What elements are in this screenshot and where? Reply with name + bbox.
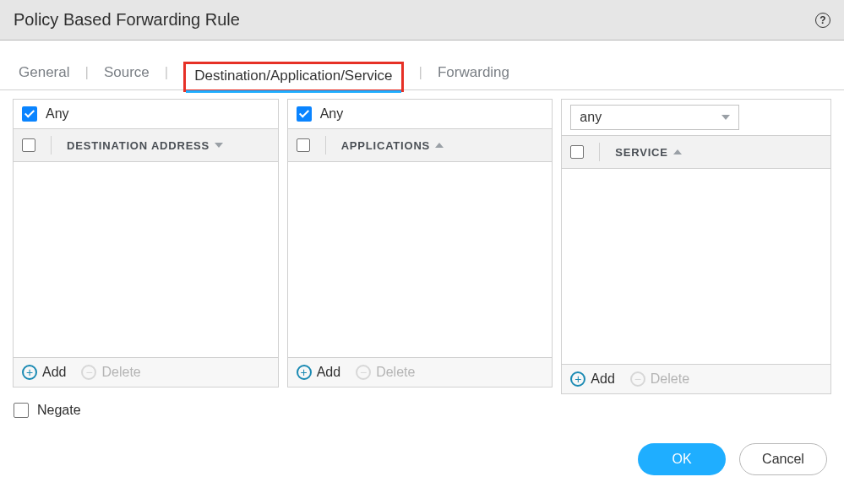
applications-any-row: Any [287, 99, 553, 128]
tab-forwarding[interactable]: Forwarding [438, 61, 509, 89]
destination-grid-body [13, 162, 279, 358]
applications-add-button[interactable]: + Add [297, 365, 340, 380]
header-separator [599, 143, 600, 161]
destination-address-column-header[interactable]: DESTINATION ADDRESS [67, 139, 223, 152]
minus-icon: − [630, 371, 645, 387]
chevron-up-icon [435, 143, 444, 148]
applications-column-header[interactable]: APPLICATIONS [341, 139, 444, 152]
delete-label: Delete [651, 371, 689, 387]
panels-container: Any DESTINATION ADDRESS + Add − Delete [0, 90, 844, 398]
service-grid-body [561, 169, 831, 365]
service-delete-button[interactable]: − Delete [630, 371, 689, 387]
delete-label: Delete [376, 365, 415, 380]
destination-any-row: Any [13, 99, 279, 128]
destination-add-button[interactable]: + Add [22, 365, 66, 380]
service-column-header[interactable]: SERVICE [615, 146, 681, 159]
delete-label: Delete [101, 365, 140, 380]
destination-delete-button[interactable]: − Delete [81, 365, 140, 380]
applications-grid-body [287, 162, 553, 358]
column-header-label: SERVICE [615, 146, 667, 159]
minus-icon: − [81, 365, 96, 380]
add-label: Add [317, 365, 340, 380]
destination-grid-header: DESTINATION ADDRESS [13, 128, 279, 162]
header-separator [51, 136, 52, 154]
tab-separator: | [419, 64, 422, 86]
applications-grid-header: APPLICATIONS [287, 128, 553, 162]
service-column: any SERVICE + Add − Delete [561, 99, 831, 394]
cancel-button[interactable]: Cancel [739, 443, 827, 475]
tab-general[interactable]: General [19, 61, 69, 89]
tab-separator: | [165, 64, 168, 86]
tabs-row: General | Source | Destination/Applicati… [0, 61, 844, 90]
ok-button[interactable]: OK [638, 443, 726, 475]
service-top-row: any [561, 99, 831, 135]
applications-any-checkbox[interactable] [297, 106, 312, 122]
tab-label: Destination/Application/Service [194, 68, 392, 84]
service-select-all-checkbox[interactable] [570, 145, 584, 159]
column-header-label: DESTINATION ADDRESS [67, 139, 210, 152]
destination-grid-footer: + Add − Delete [13, 358, 279, 387]
dialog-header: Policy Based Forwarding Rule ? [0, 0, 844, 41]
column-header-label: APPLICATIONS [341, 139, 430, 152]
applications-delete-button[interactable]: − Delete [356, 365, 415, 380]
destination-column: Any DESTINATION ADDRESS + Add − Delete [13, 99, 279, 394]
service-grid-header: SERVICE [561, 135, 831, 169]
active-tab-underline [186, 90, 400, 93]
dialog-actions: OK Cancel [0, 423, 844, 496]
negate-row: Negate [0, 398, 844, 423]
negate-checkbox[interactable] [14, 403, 29, 418]
chevron-down-icon [721, 115, 730, 120]
tab-destination-application-service[interactable]: Destination/Application/Service [183, 62, 403, 92]
header-separator [325, 136, 326, 154]
service-select[interactable]: any [570, 105, 739, 130]
negate-label: Negate [37, 403, 81, 418]
applications-select-all-checkbox[interactable] [297, 138, 310, 152]
dialog-title: Policy Based Forwarding Rule [14, 10, 240, 30]
tab-source[interactable]: Source [104, 61, 150, 89]
help-icon[interactable]: ? [815, 13, 830, 28]
applications-column: Any APPLICATIONS + Add − Delete [287, 99, 553, 394]
destination-select-all-checkbox[interactable] [22, 138, 35, 152]
service-add-button[interactable]: + Add [570, 371, 614, 387]
destination-any-checkbox[interactable] [22, 106, 37, 122]
applications-any-label: Any [320, 106, 344, 122]
add-label: Add [42, 365, 66, 380]
applications-grid-footer: + Add − Delete [287, 358, 553, 387]
add-label: Add [591, 371, 614, 387]
plus-icon: + [570, 371, 585, 387]
plus-icon: + [297, 365, 312, 380]
service-select-value: any [580, 110, 602, 125]
plus-icon: + [22, 365, 37, 380]
chevron-up-icon [673, 149, 682, 154]
tab-separator: | [84, 64, 88, 86]
service-grid-footer: + Add − Delete [561, 365, 831, 394]
destination-any-label: Any [46, 106, 69, 122]
chevron-down-icon [215, 143, 223, 148]
minus-icon: − [356, 365, 371, 380]
